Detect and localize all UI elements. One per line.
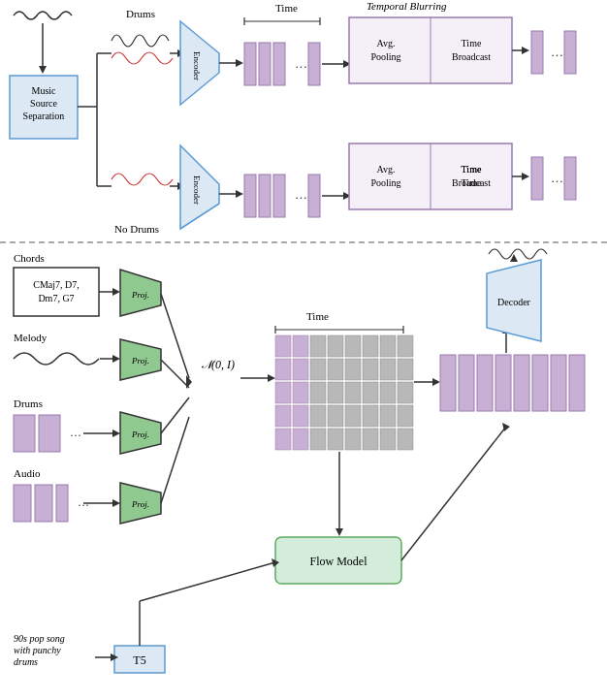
svg-text:Pooling: Pooling: [370, 51, 400, 62]
svg-text:Separation: Separation: [23, 111, 65, 121]
svg-marker-78: [112, 355, 120, 363]
svg-text:Time: Time: [462, 164, 482, 175]
svg-marker-60: [522, 173, 529, 180]
svg-rect-26: [273, 43, 285, 85]
svg-rect-160: [532, 355, 548, 411]
svg-text:Avg.: Avg.: [377, 164, 396, 175]
svg-rect-119: [310, 359, 326, 380]
svg-rect-43: [349, 17, 512, 83]
svg-marker-180: [502, 423, 510, 431]
svg-text:…: …: [551, 45, 563, 59]
svg-text:…: …: [78, 495, 89, 509]
svg-rect-147: [380, 429, 396, 450]
svg-text:Flow Model: Flow Model: [309, 555, 367, 568]
svg-rect-127: [310, 382, 326, 403]
svg-rect-113: [345, 335, 361, 357]
svg-rect-145: [345, 429, 361, 450]
svg-rect-123: [380, 359, 396, 380]
svg-marker-181: [186, 375, 192, 389]
svg-rect-66: [564, 157, 576, 200]
svg-text:Chords: Chords: [14, 252, 45, 264]
svg-rect-148: [398, 429, 413, 450]
svg-rect-139: [380, 405, 396, 427]
svg-text:Time: Time: [462, 38, 482, 48]
svg-text:Proj.: Proj.: [131, 356, 149, 366]
svg-rect-142: [293, 429, 308, 450]
svg-rect-157: [477, 355, 493, 411]
svg-marker-21: [236, 59, 243, 67]
svg-marker-164: [502, 326, 510, 334]
svg-text:Time: Time: [306, 310, 329, 322]
svg-rect-82: [14, 415, 35, 452]
svg-text:T5: T5: [133, 653, 145, 667]
svg-rect-126: [293, 382, 308, 403]
svg-marker-96: [120, 483, 161, 524]
svg-rect-161: [551, 355, 566, 411]
svg-rect-155: [440, 355, 456, 411]
svg-line-100: [161, 360, 189, 388]
svg-rect-114: [363, 335, 378, 357]
svg-text:Proj.: Proj.: [131, 499, 149, 509]
svg-text:Encoder: Encoder: [192, 175, 202, 205]
svg-marker-87: [120, 412, 161, 454]
svg-rect-159: [514, 355, 529, 411]
svg-rect-49: [349, 143, 512, 209]
svg-rect-130: [363, 382, 378, 403]
svg-rect-116: [398, 335, 413, 357]
svg-text:Drums: Drums: [126, 8, 155, 19]
svg-rect-61: [531, 31, 543, 74]
svg-rect-124: [398, 359, 413, 380]
svg-marker-104: [268, 374, 275, 382]
svg-rect-128: [328, 382, 343, 403]
svg-rect-138: [363, 405, 378, 427]
svg-marker-16: [180, 145, 219, 229]
svg-rect-25: [259, 43, 271, 85]
svg-rect-63: [564, 31, 576, 74]
svg-text:…: …: [295, 187, 307, 202]
svg-rect-109: [275, 335, 291, 357]
svg-rect-156: [459, 355, 474, 411]
svg-rect-2: [10, 76, 78, 139]
svg-text:Time: Time: [462, 177, 482, 188]
svg-text:Audio: Audio: [14, 467, 41, 479]
svg-text:Proj.: Proj.: [131, 430, 149, 439]
svg-rect-132: [398, 382, 413, 403]
svg-text:No Drums: No Drums: [114, 223, 159, 235]
svg-text:…: …: [295, 56, 307, 71]
svg-marker-150: [335, 528, 343, 536]
svg-rect-28: [308, 43, 320, 85]
svg-rect-151: [275, 537, 401, 584]
svg-marker-39: [343, 60, 351, 68]
svg-rect-143: [310, 429, 326, 450]
svg-marker-154: [432, 378, 440, 386]
svg-rect-134: [293, 405, 308, 427]
svg-marker-14: [180, 21, 219, 105]
svg-rect-92: [56, 485, 68, 522]
svg-text:CMaj7, D7,: CMaj7, D7,: [33, 279, 80, 290]
svg-text:Pooling: Pooling: [370, 177, 400, 188]
svg-marker-79: [120, 339, 161, 380]
svg-rect-69: [14, 268, 99, 316]
svg-line-177: [140, 562, 275, 601]
svg-marker-73: [112, 288, 120, 296]
svg-rect-140: [398, 405, 413, 427]
svg-rect-131: [380, 382, 396, 403]
arrows-svg: Music Source Separation Encoder Encoder …: [0, 0, 607, 700]
svg-marker-1: [39, 66, 47, 74]
svg-line-179: [401, 427, 506, 560]
svg-text:with punchy: with punchy: [14, 645, 61, 655]
svg-marker-58: [522, 47, 529, 54]
diagram-container: { "top": { "waveform_label": "~", "mss_l…: [0, 0, 607, 700]
svg-text:drums: drums: [14, 656, 38, 667]
svg-rect-91: [35, 485, 52, 522]
svg-rect-117: [275, 359, 291, 380]
svg-rect-90: [14, 485, 31, 522]
svg-text:90s pop song: 90s pop song: [14, 633, 65, 644]
svg-marker-168: [510, 254, 518, 262]
svg-marker-178: [272, 558, 279, 567]
svg-text:Melody: Melody: [14, 332, 48, 343]
svg-rect-115: [380, 335, 396, 357]
svg-rect-112: [328, 335, 343, 357]
svg-rect-137: [345, 405, 361, 427]
svg-marker-175: [111, 653, 118, 661]
